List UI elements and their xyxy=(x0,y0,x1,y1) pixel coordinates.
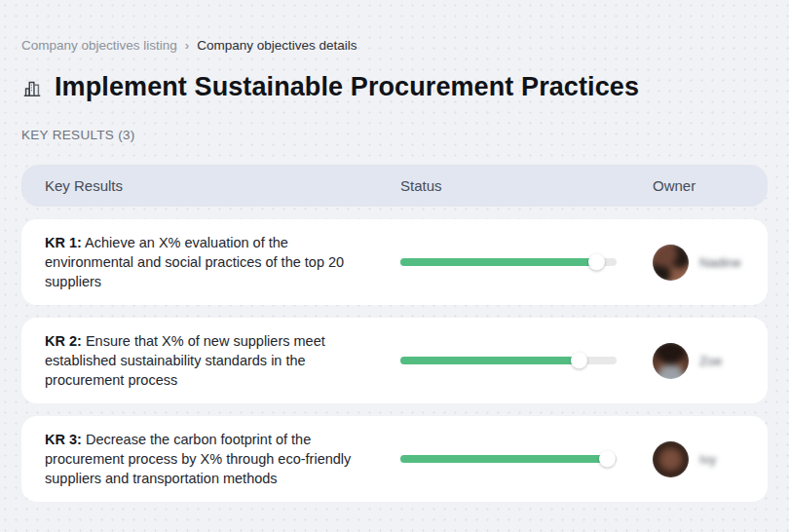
progress-slider[interactable] xyxy=(400,455,617,463)
key-result-label: KR 2: xyxy=(45,333,82,349)
progress-slider[interactable] xyxy=(400,258,617,266)
key-results-table-header: Key Results Status Owner xyxy=(21,165,768,207)
owner-name: Zoe xyxy=(699,354,722,368)
progress-slider-thumb[interactable] xyxy=(571,353,587,369)
owner-cell: Zoe xyxy=(653,343,768,379)
owner-avatar xyxy=(653,343,689,379)
key-result-row[interactable]: KR 2: Ensure that X% of new suppliers me… xyxy=(21,318,768,403)
owner-avatar xyxy=(653,441,689,477)
owner-avatar xyxy=(653,245,689,281)
key-result-text: Achieve an X% evaluation of the environm… xyxy=(45,235,344,289)
key-result-description: KR 2: Ensure that X% of new suppliers me… xyxy=(21,318,400,403)
key-result-text: Decrease the carbon footprint of the pro… xyxy=(45,432,351,486)
progress-slider-thumb[interactable] xyxy=(599,451,616,468)
objective-details-page: Company objectives listing › Company obj… xyxy=(0,0,789,502)
owner-name: Nadine xyxy=(699,255,741,270)
key-result-text: Ensure that X% of new suppliers meet est… xyxy=(45,333,325,388)
owner-cell: Ivy xyxy=(653,441,768,477)
key-result-label: KR 3: xyxy=(45,432,82,447)
key-results-section-label: KEY RESULTS (3) xyxy=(21,128,768,142)
breadcrumb: Company objectives listing › Company obj… xyxy=(21,0,768,53)
key-result-label: KR 1: xyxy=(45,235,82,250)
column-header-owner: Owner xyxy=(653,177,768,194)
breadcrumb-separator-icon: › xyxy=(185,38,189,53)
progress-slider-thumb[interactable] xyxy=(588,254,605,271)
key-result-description: KR 3: Decrease the carbon footprint of t… xyxy=(21,416,400,502)
status-cell xyxy=(400,357,653,364)
column-header-key-results: Key Results xyxy=(21,177,400,194)
key-result-description: KR 1: Achieve an X% evaluation of the en… xyxy=(21,219,400,305)
owner-cell: Nadine xyxy=(653,245,768,281)
column-header-status: Status xyxy=(400,177,653,194)
owner-name: Ivy xyxy=(699,452,716,467)
progress-fill xyxy=(400,357,580,364)
key-result-row[interactable]: KR 1: Achieve an X% evaluation of the en… xyxy=(21,219,768,305)
breadcrumb-item-details: Company objectives details xyxy=(197,38,357,53)
buildings-icon xyxy=(21,77,43,98)
status-cell xyxy=(400,258,653,266)
progress-fill xyxy=(400,455,608,463)
breadcrumb-item-listing[interactable]: Company objectives listing xyxy=(21,38,177,53)
progress-slider[interactable] xyxy=(400,357,617,364)
key-result-row[interactable]: KR 3: Decrease the carbon footprint of t… xyxy=(21,416,768,502)
title-row: Implement Sustainable Procurement Practi… xyxy=(21,72,768,102)
page-title: Implement Sustainable Procurement Practi… xyxy=(55,72,639,102)
status-cell xyxy=(400,455,653,463)
progress-fill xyxy=(400,258,597,266)
